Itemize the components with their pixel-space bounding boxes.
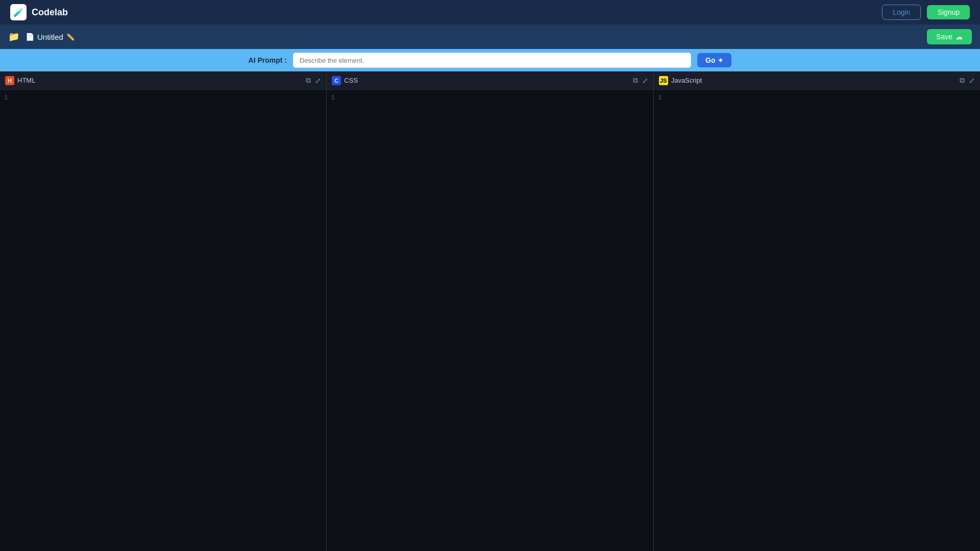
editors-container: H HTML ⧉ ⤢ 1 C CSS ⧉ ⤢ (0, 71, 980, 551)
ai-prompt-label: AI Prompt : (249, 56, 287, 64)
spark-icon: ✦ (718, 57, 723, 64)
navbar: 🧪 Codelab Login Signup (0, 0, 980, 24)
js-header-left: JS JavaScript (659, 76, 702, 85)
css-editor-panel: C CSS ⧉ ⤢ 1 (327, 71, 653, 551)
css-editor-header: C CSS ⧉ ⤢ (327, 71, 653, 90)
js-expand-icon[interactable]: ⤢ (969, 77, 975, 85)
navbar-actions: Login Signup (882, 5, 970, 20)
css-lang-icon: C (332, 76, 341, 85)
secondary-toolbar: 📁 📄 Untitled ✏️ Save ☁ (0, 24, 980, 49)
brand-logo-icon: 🧪 (10, 4, 27, 20)
js-editor-body[interactable]: 1 (654, 90, 980, 551)
html-editor-body[interactable]: 1 (0, 90, 326, 551)
file-document-icon: 📄 (26, 33, 34, 41)
html-editor-panel: H HTML ⧉ ⤢ 1 (0, 71, 327, 551)
html-line-number: 1 (4, 94, 8, 102)
html-expand-icon[interactable]: ⤢ (315, 77, 321, 85)
css-expand-icon[interactable]: ⤢ (642, 77, 648, 85)
cloud-upload-icon: ☁ (955, 33, 963, 41)
js-editor-panel: JS JavaScript ⧉ ⤢ 1 (654, 71, 980, 551)
go-button[interactable]: Go ✦ (697, 53, 731, 67)
folder-icon[interactable]: 📁 (8, 31, 19, 42)
js-copy-icon[interactable]: ⧉ (960, 76, 965, 85)
html-header-left: H HTML (5, 76, 35, 85)
html-lang-label: HTML (17, 77, 35, 84)
file-name: Untitled (37, 33, 63, 41)
toolbar-left: 📁 📄 Untitled ✏️ (8, 31, 75, 42)
login-button[interactable]: Login (882, 5, 921, 20)
save-label: Save (936, 33, 952, 41)
html-lang-icon: H (5, 76, 14, 85)
html-copy-icon[interactable]: ⧉ (306, 76, 311, 85)
html-editor-header: H HTML ⧉ ⤢ (0, 71, 326, 90)
ai-prompt-bar: AI Prompt : Go ✦ (0, 49, 980, 71)
js-lang-icon: JS (659, 76, 668, 85)
html-header-actions: ⧉ ⤢ (306, 76, 321, 85)
edit-icon[interactable]: ✏️ (66, 33, 75, 41)
file-info: 📄 Untitled ✏️ (26, 33, 75, 41)
go-label: Go (705, 56, 715, 64)
css-header-left: C CSS (332, 76, 358, 85)
css-copy-icon[interactable]: ⧉ (633, 76, 638, 85)
css-header-actions: ⧉ ⤢ (633, 76, 648, 85)
js-lang-label: JavaScript (671, 77, 702, 84)
css-line-number: 1 (331, 94, 335, 102)
brand: 🧪 Codelab (10, 4, 68, 20)
js-line-number: 1 (658, 94, 662, 102)
css-lang-label: CSS (344, 77, 358, 84)
signup-button[interactable]: Signup (927, 5, 970, 19)
brand-name: Codelab (32, 7, 68, 18)
css-editor-body[interactable]: 1 (327, 90, 653, 551)
js-header-actions: ⧉ ⤢ (960, 76, 975, 85)
ai-prompt-input[interactable] (293, 53, 691, 68)
save-button[interactable]: Save ☁ (927, 29, 972, 44)
js-editor-header: JS JavaScript ⧉ ⤢ (654, 71, 980, 90)
